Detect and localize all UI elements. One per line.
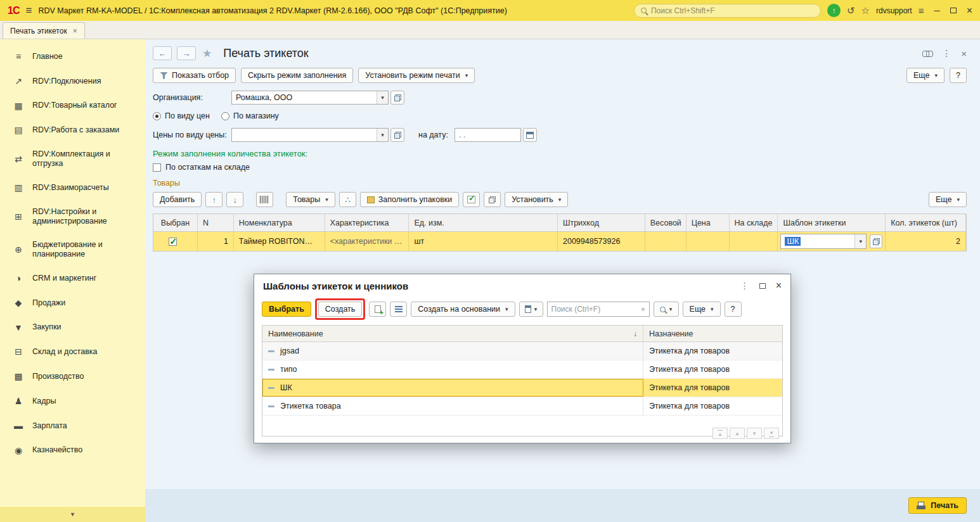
help-button[interactable]: ? — [950, 68, 967, 83]
sidebar-item-payroll[interactable]: ▬Зарплата — [0, 414, 145, 438]
radio-by-price-type[interactable] — [153, 112, 161, 120]
go-last-button[interactable]: ▼ — [764, 428, 779, 439]
cell-template[interactable]: ШК ▾ — [778, 232, 886, 251]
cell-nomenclature[interactable]: Таймер ROBITON… — [234, 232, 325, 251]
template-row[interactable]: Этикетка товара Этикетка для товаров — [262, 397, 782, 416]
template-field[interactable]: ШК ▾ — [780, 234, 867, 249]
copy-row-button[interactable] — [484, 192, 501, 207]
more-button[interactable]: Еще ▾ — [906, 68, 945, 83]
update-available-icon[interactable]: ↑ — [827, 4, 841, 17]
template-name-cell[interactable]: Этикетка товара — [262, 397, 643, 415]
template-purpose-cell[interactable]: Этикетка для товаров — [643, 379, 782, 397]
close-form-button[interactable]: × — [961, 48, 967, 59]
disperse-button[interactable]: ∴ — [339, 192, 356, 207]
sidebar-scroll-down[interactable]: ▼ — [0, 507, 145, 522]
move-down-button[interactable]: ↓ — [226, 192, 243, 207]
list-view-button[interactable] — [390, 302, 407, 317]
sidebar-item-purchases[interactable]: ▼Закупки — [0, 315, 145, 340]
col-qty[interactable]: Кол. этикеток (шт) — [886, 214, 966, 231]
organization-open-button[interactable] — [390, 91, 404, 105]
row-checkbox[interactable] — [169, 238, 177, 246]
fill-packages-button[interactable]: Заполнить упаковки — [360, 192, 459, 207]
back-button[interactable]: ← — [153, 46, 172, 60]
create-from-button[interactable]: Создать на основании ▾ — [411, 302, 515, 317]
dialog-close-button[interactable]: × — [776, 280, 782, 291]
stock-checkbox[interactable] — [153, 163, 161, 172]
name-column-header[interactable]: Наименование ↓ — [262, 326, 643, 341]
forward-button[interactable]: → — [177, 46, 196, 60]
template-purpose-cell[interactable]: Этикетка для товаров — [643, 397, 782, 415]
sidebar-item-admin[interactable]: ⊞RDV:Настройки и администрирование — [0, 200, 145, 233]
cell-barcode[interactable]: 2009948573926 — [558, 232, 645, 251]
template-name-cell[interactable]: ШК — [262, 379, 643, 397]
dialog-search-input[interactable] — [551, 305, 638, 314]
sidebar-item-orders[interactable]: ▤RDV:Работа с заказами — [0, 118, 145, 143]
go-next-button[interactable]: ▼ — [747, 428, 762, 439]
history-icon[interactable]: ↺ — [847, 5, 855, 16]
template-purpose-cell[interactable]: Этикетка для товаров — [643, 360, 782, 378]
col-barcode[interactable]: Штрихкод — [558, 214, 645, 231]
template-open-button[interactable] — [870, 234, 882, 248]
cell-weighted[interactable] — [645, 232, 687, 251]
cell-price[interactable] — [687, 232, 730, 251]
search-button[interactable]: ▾ — [654, 302, 679, 317]
set-menu-button[interactable]: Установить ▾ — [505, 192, 568, 207]
search-input[interactable] — [651, 6, 814, 15]
calendar-button[interactable] — [523, 128, 537, 142]
dialog-more-button[interactable]: Еще ▾ — [683, 302, 721, 317]
show-filter-button[interactable]: Показать отбор — [153, 68, 236, 83]
dialog-maximize-button[interactable] — [759, 283, 766, 289]
cell-n[interactable]: 1 — [198, 232, 234, 251]
col-selected[interactable]: Выбран — [153, 214, 198, 231]
template-row[interactable]: jgsad Этикетка для товаров — [262, 342, 782, 360]
copy-item-button[interactable] — [369, 302, 386, 317]
col-weighted[interactable]: Весовой — [645, 214, 687, 231]
sidebar-item-shipping[interactable]: ⇄RDV:Комплектация и отгрузка — [0, 143, 145, 175]
template-dropdown-button[interactable]: ▾ — [854, 234, 866, 248]
sidebar-item-catalog[interactable]: ▦RDV:Товарный каталог — [0, 94, 145, 118]
sidebar-item-settlements[interactable]: ▥RDV:Взаиморасчеты — [0, 175, 145, 200]
move-up-button[interactable]: ↑ — [205, 192, 222, 207]
cell-selected[interactable] — [153, 232, 198, 251]
cell-qty[interactable]: 2 — [886, 232, 966, 251]
col-price[interactable]: Цена — [687, 214, 730, 231]
tab-close-icon[interactable]: × — [73, 27, 77, 35]
date-field[interactable]: . . — [455, 128, 521, 142]
go-first-button[interactable]: ▲ — [712, 428, 728, 439]
sidebar-item-production[interactable]: ▩Производство — [0, 364, 145, 389]
tab-print-labels[interactable]: Печать этикеток × — [3, 22, 85, 39]
barcode-scan-button[interactable] — [256, 192, 273, 207]
favorites-icon[interactable]: ☆ — [861, 5, 870, 16]
maximize-button[interactable] — [950, 8, 957, 13]
sidebar-item-connections[interactable]: ↗RDV:Подключения — [0, 69, 145, 94]
cell-in-stock[interactable] — [730, 232, 778, 251]
paste-menu-button[interactable]: ▾ — [519, 302, 543, 317]
radio-by-store[interactable] — [221, 112, 229, 120]
col-template[interactable]: Шаблон этикетки — [778, 214, 886, 231]
hamburger-menu-icon[interactable]: ≡ — [25, 4, 32, 17]
more-menu-icon[interactable]: ⋮ — [942, 48, 951, 58]
price-type-dropdown-button[interactable]: ▾ — [377, 129, 388, 141]
favorite-star-icon[interactable]: ★ — [202, 47, 212, 60]
sidebar-item-hr[interactable]: ♟Кадры — [0, 389, 145, 414]
add-button[interactable]: Добавить — [153, 192, 202, 207]
sidebar-item-treasury[interactable]: ◉Казначейство — [0, 438, 145, 463]
template-purpose-cell[interactable]: Этикетка для товаров — [643, 342, 782, 360]
dialog-more-menu-icon[interactable]: ⋮ — [740, 281, 749, 291]
global-search-field[interactable] — [634, 4, 821, 18]
template-row[interactable]: типо Этикетка для товаров — [262, 360, 782, 379]
check-all-button[interactable] — [463, 192, 480, 207]
minimize-button[interactable]: ─ — [934, 6, 939, 15]
sidebar-item-sales[interactable]: ◆Продажи — [0, 291, 145, 315]
set-print-mode-button[interactable]: Установить режим печати ▾ — [358, 68, 475, 83]
organization-dropdown-button[interactable]: ▾ — [377, 91, 388, 104]
print-button[interactable]: Печать — [908, 497, 967, 514]
col-in-stock[interactable]: На складе — [730, 214, 778, 231]
organization-field[interactable]: Ромашка, ООО ▾ — [231, 91, 389, 105]
table-row[interactable]: 1 Таймер ROBITON… <характеристики … шт 2… — [153, 232, 966, 251]
col-nomenclature[interactable]: Номенклатура — [234, 214, 325, 231]
clear-search-icon[interactable]: × — [641, 305, 645, 313]
sidebar-item-budgeting[interactable]: ⊕Бюджетирование и планирование — [0, 233, 145, 266]
go-prev-button[interactable]: ▲ — [730, 428, 745, 439]
purpose-column-header[interactable]: Назначение — [643, 326, 782, 341]
